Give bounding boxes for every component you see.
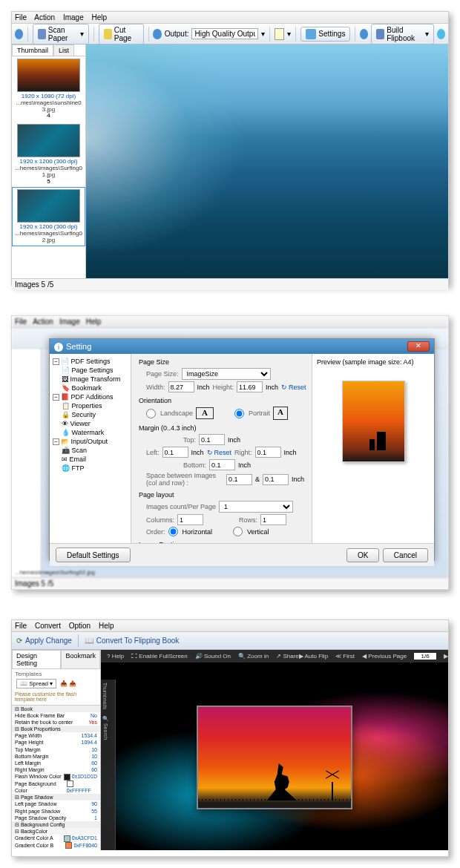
autoflip-button[interactable]: ▶ Auto Flip bbox=[299, 653, 328, 660]
fullscreen-button[interactable]: ⛶ Enable FullScreen bbox=[131, 653, 188, 660]
thumbnails-tab[interactable]: Thumbnails bbox=[101, 680, 109, 712]
info-icon[interactable] bbox=[153, 29, 161, 39]
refresh-icon: ⟳ bbox=[16, 637, 22, 645]
tree-item-page-settings[interactable]: 📄 Page Settings bbox=[51, 366, 129, 375]
width-input[interactable] bbox=[168, 381, 194, 392]
zoom-button[interactable]: 🔍 Zoom in bbox=[238, 653, 269, 660]
rows-input[interactable] bbox=[260, 514, 286, 525]
info-icon[interactable] bbox=[360, 29, 368, 39]
stage-canvas: Thumbnails 🔍 Search bbox=[101, 665, 448, 850]
thumbnail-item[interactable]: 1920 x 1080 (72 dpi)...mes\images\sunshi… bbox=[12, 56, 85, 122]
import-icon[interactable]: 📥 bbox=[60, 680, 68, 687]
menu-convert[interactable]: Convert bbox=[35, 622, 61, 630]
images-per-page-select[interactable]: 1 bbox=[219, 501, 293, 513]
cut-page-button[interactable]: Cut Page bbox=[99, 24, 144, 45]
order-horizontal-radio[interactable] bbox=[168, 527, 178, 536]
template-select[interactable]: 📖 Spread ▾ bbox=[16, 679, 56, 688]
page-size-select[interactable]: ImageSize bbox=[182, 368, 271, 380]
margin-left-input[interactable] bbox=[162, 447, 188, 458]
cut-icon bbox=[104, 29, 112, 39]
help-button[interactable]: ? Help bbox=[107, 653, 124, 660]
settings-dialog: iSetting ✕ −📄 PDF Settings 📄 Page Settin… bbox=[49, 338, 435, 561]
tab-bookmark[interactable]: Bookmark bbox=[61, 650, 100, 668]
portrait-radio[interactable] bbox=[234, 409, 244, 418]
settings-form: Page Size Page Size:ImageSize Width:Inch… bbox=[131, 354, 312, 543]
share-button[interactable]: ↗ Share bbox=[276, 653, 299, 660]
stage-side-panel[interactable]: Thumbnails 🔍 Search bbox=[101, 680, 116, 850]
thumbnail-item[interactable]: 1920 x 1200 (300 dpi)...hemes\images\Sur… bbox=[12, 187, 85, 246]
image-viewer bbox=[86, 45, 448, 278]
book-icon bbox=[376, 29, 384, 39]
tree-item-bookmark[interactable]: 🔖 Bookmark bbox=[51, 384, 129, 392]
close-button[interactable]: ✕ bbox=[407, 341, 430, 352]
menu-file[interactable]: File bbox=[15, 622, 27, 630]
tree-item-image-transform[interactable]: 🖼 Image Transform bbox=[51, 375, 129, 384]
info-icon[interactable] bbox=[15, 29, 23, 39]
tree-item-scan[interactable]: 📠 Scan bbox=[51, 446, 129, 455]
chevron-down-icon[interactable]: ▾ bbox=[287, 30, 291, 38]
menu-option[interactable]: Option bbox=[69, 622, 91, 630]
tree-group-pdf-settings[interactable]: −📄 PDF Settings bbox=[51, 357, 129, 366]
chevron-down-icon[interactable]: ▾ bbox=[261, 30, 265, 38]
settings-button[interactable]: Settings bbox=[300, 27, 350, 42]
tree-item-viewer[interactable]: 👁 Viewer bbox=[51, 419, 129, 428]
thumbnail-image bbox=[17, 189, 80, 223]
tree-item-properties[interactable]: 📋 Properties bbox=[51, 401, 129, 410]
flipbook-preview[interactable] bbox=[197, 706, 352, 809]
apply-change-button[interactable]: ⟳Apply Change bbox=[16, 634, 72, 647]
tab-design-setting[interactable]: Design Setting bbox=[12, 650, 61, 668]
search-tab[interactable]: 🔍 Search bbox=[101, 712, 110, 743]
thumbnail-image bbox=[17, 124, 80, 157]
tab-list[interactable]: List bbox=[53, 45, 74, 56]
tree-item-watermark[interactable]: 💧 Watermark bbox=[51, 428, 129, 437]
next-page-button[interactable]: ▶ Next Page bbox=[444, 653, 448, 660]
preview-image bbox=[342, 381, 405, 462]
space-col-input[interactable] bbox=[226, 474, 252, 485]
first-page-button[interactable]: ≪ First bbox=[335, 653, 355, 660]
sound-button[interactable]: 🔊 Sound On bbox=[195, 653, 231, 660]
color-swatch[interactable] bbox=[275, 28, 284, 40]
build-flipbook-button[interactable]: Build Flipbook▾ bbox=[371, 24, 433, 45]
columns-input[interactable] bbox=[177, 514, 203, 525]
stage-toolbar: ? Help ⛶ Enable FullScreen 🔊 Sound On 🔍 … bbox=[101, 650, 448, 662]
tab-thumbnail[interactable]: Thumbnail bbox=[12, 45, 53, 56]
menu-help[interactable]: Help bbox=[92, 13, 108, 22]
thumbnail-item[interactable]: 1920 x 1200 (300 dpi)...hemes\images\Sur… bbox=[12, 122, 85, 187]
menubar: File Convert Option Help bbox=[12, 620, 448, 632]
menu-help[interactable]: Help bbox=[99, 622, 114, 630]
cancel-button[interactable]: Cancel bbox=[383, 548, 428, 562]
space-row-input[interactable] bbox=[263, 474, 289, 485]
tree-group-pdf-additions[interactable]: −📕 PDF Additions bbox=[51, 392, 129, 401]
page-input[interactable] bbox=[414, 653, 436, 660]
reset-margin-button[interactable]: ↻ Reset bbox=[207, 449, 232, 456]
tree-item-ftp[interactable]: 🌐 FTP bbox=[51, 464, 129, 473]
height-input[interactable] bbox=[237, 381, 263, 392]
output-quality-select[interactable] bbox=[191, 28, 258, 39]
order-vertical-radio[interactable] bbox=[233, 527, 243, 536]
menu-file[interactable]: File bbox=[15, 13, 27, 22]
prev-page-button[interactable]: ◀ Previous Page bbox=[362, 653, 407, 660]
scan-paper-button[interactable]: Scan Paper▾ bbox=[33, 24, 89, 45]
tree-group-input-output[interactable]: −📂 Input/Output bbox=[51, 437, 129, 446]
tree-item-security[interactable]: 🔒 Security bbox=[51, 410, 129, 419]
preview-label: Preview (sample image size: A4) bbox=[317, 358, 430, 366]
margin-bottom-input[interactable] bbox=[209, 459, 235, 470]
preview-pane: Preview (sample image size: A4) bbox=[312, 354, 434, 543]
chevron-down-icon: ▾ bbox=[425, 30, 429, 38]
help-icon[interactable] bbox=[437, 29, 445, 39]
landscape-radio[interactable] bbox=[146, 409, 156, 418]
toolbar: ⟳Apply Change 📖Convert To Flipping Book bbox=[12, 632, 448, 650]
reset-button[interactable]: ↻ Reset bbox=[281, 384, 306, 391]
status-bar: Images 5 /5 bbox=[12, 278, 448, 290]
tree-item-email[interactable]: ✉ Email bbox=[51, 455, 129, 464]
menu-action[interactable]: Action bbox=[34, 13, 55, 22]
scanner-icon bbox=[38, 29, 46, 39]
margin-top-input[interactable] bbox=[199, 434, 225, 445]
ok-button[interactable]: OK bbox=[346, 548, 379, 562]
thumbnail-panel: Thumbnail List 1920 x 1080 (72 dpi)...me… bbox=[12, 45, 86, 278]
default-settings-button[interactable]: Default Settings bbox=[56, 548, 131, 562]
export-icon[interactable]: 📤 bbox=[69, 680, 76, 687]
menu-image[interactable]: Image bbox=[63, 13, 84, 22]
convert-button[interactable]: 📖Convert To Flipping Book bbox=[85, 634, 180, 647]
margin-right-input[interactable] bbox=[255, 447, 281, 458]
